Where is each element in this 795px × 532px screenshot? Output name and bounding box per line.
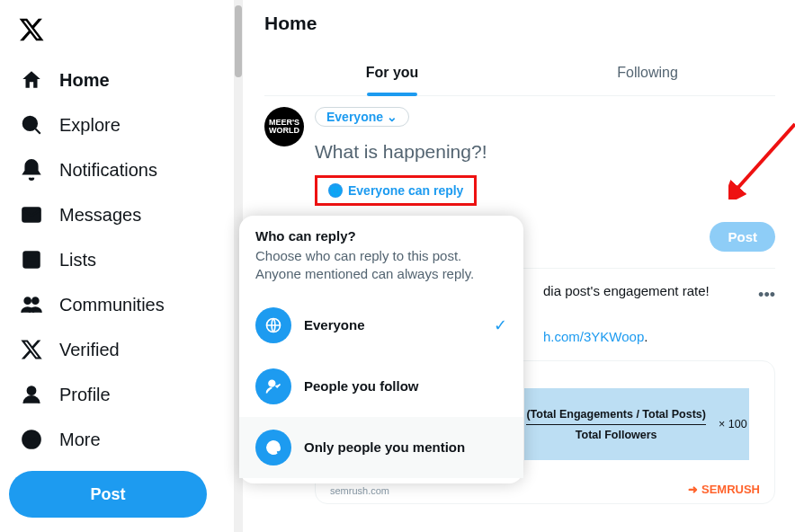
nav-label: Home (59, 70, 110, 91)
nav-label: More (59, 430, 101, 450)
reply-option-following[interactable]: People you follow (239, 356, 523, 417)
annotation-highlight: 🌐 Everyone can reply (315, 175, 477, 206)
multiply-text: × 100 (719, 418, 747, 430)
x-logo[interactable] (9, 7, 54, 52)
nav-communities[interactable]: Communities (9, 282, 225, 327)
person-icon (20, 383, 43, 406)
sidebar-post-button[interactable]: Post (9, 471, 207, 518)
mail-icon (20, 203, 43, 226)
globe-icon: 🌐 (328, 183, 343, 198)
nav-messages[interactable]: Messages (9, 192, 225, 237)
nav-verified[interactable]: Verified (9, 327, 225, 372)
nav-label: Communities (59, 295, 165, 315)
nav-label: Explore (59, 115, 121, 136)
sidebar: Home Explore Notifications Messages List… (0, 0, 234, 532)
avatar[interactable]: MEER'S WORLD (264, 107, 304, 146)
popup-subtitle: Choose who can reply to this post. Anyon… (255, 247, 507, 284)
communities-icon (20, 293, 43, 316)
nav-lists[interactable]: Lists (9, 237, 225, 282)
more-icon (20, 428, 43, 451)
svg-point-7 (27, 439, 29, 440)
reply-option-mentioned[interactable]: Only people you mention (239, 417, 523, 478)
feed-text-fragment: dia post's engagement rate! (543, 283, 775, 298)
svg-point-0 (23, 117, 37, 130)
tab-for-you[interactable]: For you (264, 56, 520, 95)
option-label: Everyone (304, 317, 481, 332)
nav-notifications[interactable]: Notifications (9, 147, 225, 192)
at-icon (255, 430, 291, 466)
reply-settings-popup: Who can reply? Choose who can reply to t… (239, 216, 523, 483)
svg-point-3 (24, 297, 31, 304)
nav-label: Verified (59, 340, 120, 360)
svg-point-5 (28, 386, 36, 395)
bell-icon (20, 158, 43, 182)
svg-point-12 (269, 380, 275, 386)
list-icon (20, 248, 43, 271)
formula: (Total Engagements / Total Posts) Total … (526, 408, 706, 441)
nav-home[interactable]: Home (9, 58, 225, 102)
reply-settings-button[interactable]: 🌐 Everyone can reply (321, 180, 470, 201)
timeline-tabs: For you Following (264, 56, 775, 96)
more-options-icon[interactable]: ••• (758, 286, 775, 305)
nav-label: Profile (59, 385, 111, 405)
compose-post-button[interactable]: Post (710, 222, 775, 252)
flame-icon: ➜ (688, 483, 698, 496)
card-image: (Total Engagements / Total Posts) Total … (524, 388, 749, 460)
external-link[interactable]: h.com/3YKWoop (543, 329, 644, 344)
nav-profile[interactable]: Profile (9, 372, 225, 417)
chevron-down-icon: ⌄ (387, 110, 398, 124)
svg-point-8 (31, 439, 32, 440)
option-label: People you follow (304, 378, 507, 394)
audience-selector[interactable]: Everyone ⌄ (315, 107, 409, 127)
popup-title: Who can reply? (255, 228, 507, 244)
scrollbar-thumb[interactable] (235, 5, 242, 77)
feed-link-fragment: h.com/3YKWoop. (543, 329, 775, 344)
svg-point-9 (34, 439, 36, 440)
card-brand: ➜ SEMRUSH (688, 483, 760, 496)
globe-icon (255, 307, 291, 343)
nav-label: Notifications (59, 160, 157, 181)
tab-following[interactable]: Following (520, 56, 775, 95)
search-icon (20, 113, 43, 137)
svg-point-4 (32, 297, 39, 304)
nav-label: Messages (59, 205, 141, 226)
compose-input[interactable]: What is happening?! (315, 141, 775, 163)
option-label: Only people you mention (304, 439, 507, 455)
home-icon (20, 68, 43, 92)
person-check-icon (255, 368, 291, 404)
nav-label: Lists (59, 250, 96, 270)
page-title: Home (264, 13, 775, 34)
card-domain: semrush.com (330, 485, 389, 496)
reply-option-everyone[interactable]: Everyone ✓ (239, 295, 523, 356)
reply-pill-label: Everyone can reply (348, 183, 463, 198)
x-icon (20, 338, 43, 361)
audience-label: Everyone (326, 110, 383, 124)
nav-more[interactable]: More (9, 417, 225, 462)
check-icon: ✓ (494, 315, 507, 335)
nav-explore[interactable]: Explore (9, 102, 225, 147)
